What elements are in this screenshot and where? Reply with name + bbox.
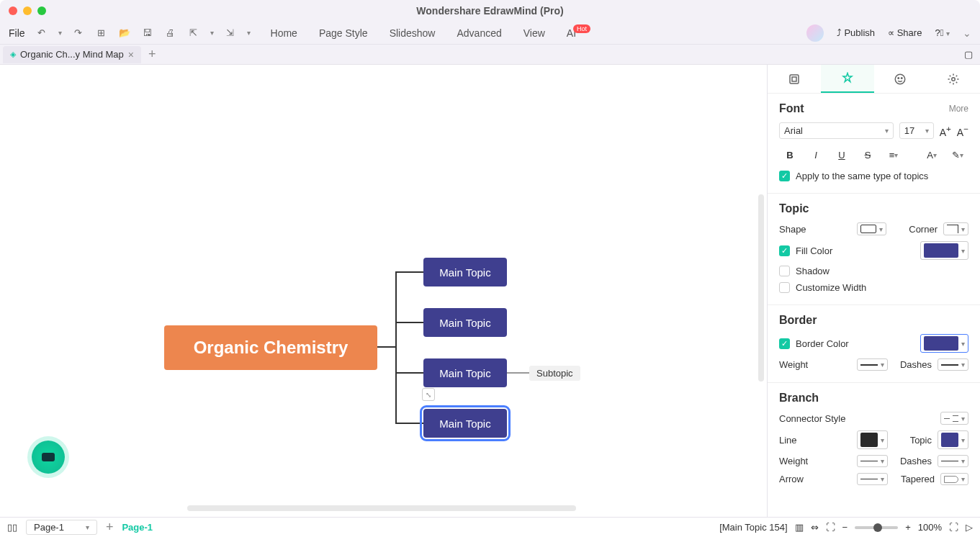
outline-toggle-icon[interactable]: ▯▯: [7, 522, 17, 533]
corner-select[interactable]: ▾: [943, 222, 968, 235]
menu-view[interactable]: View: [523, 27, 545, 39]
branch-arrow-label: Arrow: [779, 474, 851, 484]
window-close[interactable]: [9, 6, 17, 15]
import-dropdown[interactable]: ▾: [247, 29, 251, 37]
undo-dropdown[interactable]: ▾: [58, 29, 62, 37]
border-color-picker[interactable]: ▾: [920, 334, 968, 353]
user-avatar[interactable]: [806, 24, 824, 42]
file-menu[interactable]: File: [9, 27, 25, 39]
page-chip[interactable]: Page-1: [122, 522, 153, 533]
import-icon[interactable]: ⇲: [224, 27, 237, 40]
border-heading: Border: [779, 314, 817, 327]
side-tab-style[interactable]: [821, 65, 874, 93]
tab-close-icon[interactable]: ×: [128, 49, 134, 60]
highlight-button[interactable]: ✎▾: [947, 145, 968, 165]
hot-badge: Hot: [573, 24, 590, 33]
font-increase-icon[interactable]: A+: [940, 124, 951, 138]
fit-page-icon[interactable]: ⛶: [826, 522, 835, 533]
add-page-button[interactable]: +: [106, 520, 114, 535]
branch-heading: Branch: [779, 392, 819, 405]
branch-topic-color[interactable]: ▾: [938, 430, 968, 449]
expand-handle[interactable]: ⤡: [422, 388, 435, 401]
branch-arrow-select[interactable]: ▾: [857, 473, 888, 485]
main-topic-4-selected[interactable]: Main Topic: [423, 409, 507, 438]
svg-point-4: [902, 77, 903, 78]
horizontal-scrollbar[interactable]: [187, 505, 576, 511]
font-family-select[interactable]: Arial▾: [779, 122, 894, 139]
print-icon[interactable]: 🖨: [164, 27, 177, 40]
shadow-checkbox[interactable]: [779, 266, 790, 276]
font-size-select[interactable]: 17▾: [899, 122, 934, 139]
border-weight-select[interactable]: ▾: [857, 358, 888, 371]
branch-tapered-label: Tapered: [901, 474, 935, 484]
canvas[interactable]: Organic Chemistry Main Topic Main Topic …: [0, 65, 767, 517]
font-more-link[interactable]: More: [949, 104, 968, 114]
main-topic-1[interactable]: Main Topic: [423, 258, 507, 286]
border-color-checkbox[interactable]: [779, 338, 790, 349]
share-button[interactable]: ∝ Share: [888, 27, 922, 38]
panel-toggle-icon[interactable]: ▢: [964, 49, 973, 60]
customize-width-checkbox[interactable]: [779, 282, 790, 293]
corner-label: Corner: [909, 224, 938, 235]
side-tab-outline[interactable]: [768, 65, 821, 93]
window-maximize[interactable]: [37, 6, 46, 15]
help-button[interactable]: ?⃝ ▾: [935, 27, 950, 38]
branch-line-color[interactable]: ▾: [857, 430, 888, 449]
svg-rect-1: [792, 77, 796, 81]
side-tab-settings[interactable]: [927, 65, 980, 93]
branch-weight-select[interactable]: ▾: [857, 455, 888, 467]
zoom-out-icon[interactable]: −: [842, 522, 848, 533]
new-icon[interactable]: ⊞: [95, 27, 108, 40]
font-color-button[interactable]: A▾: [921, 145, 943, 165]
connector-select[interactable]: ▾: [940, 412, 968, 425]
menu-slideshow[interactable]: Slideshow: [390, 27, 436, 39]
subtopic[interactable]: Subtopic: [529, 366, 580, 381]
export-icon[interactable]: ⇱: [187, 27, 200, 40]
fit-width-icon[interactable]: ⇔: [811, 522, 819, 533]
menu-home[interactable]: Home: [271, 27, 297, 39]
svg-point-3: [898, 77, 899, 78]
window-minimize[interactable]: [23, 6, 32, 15]
zoom-in-icon[interactable]: +: [905, 522, 911, 533]
ai-assistant-button[interactable]: [32, 441, 65, 474]
underline-button[interactable]: U: [831, 145, 853, 165]
titlebar: Wondershare EdrawMind (Pro): [0, 0, 980, 22]
export-dropdown[interactable]: ▾: [210, 29, 214, 37]
apply-same-checkbox[interactable]: [779, 171, 790, 181]
side-tab-emoji[interactable]: [874, 65, 927, 93]
branch-dashes-select[interactable]: ▾: [938, 455, 968, 467]
menu-page-style[interactable]: Page Style: [319, 27, 368, 39]
fullscreen-icon[interactable]: ⛶: [949, 522, 958, 533]
svg-rect-0: [790, 75, 799, 84]
open-icon[interactable]: 📂: [118, 27, 131, 40]
strikethrough-button[interactable]: S: [857, 145, 878, 165]
publish-button[interactable]: ⤴ Publish: [837, 27, 875, 38]
main-topic-2[interactable]: Main Topic: [423, 308, 507, 337]
menu-ai[interactable]: AIHot: [567, 27, 593, 39]
zoom-slider[interactable]: [855, 526, 898, 529]
vertical-scrollbar[interactable]: [758, 194, 764, 382]
fill-color-checkbox[interactable]: [779, 245, 790, 256]
tab-add-button[interactable]: +: [148, 47, 156, 62]
save-icon[interactable]: 🖫: [141, 27, 154, 40]
page-select[interactable]: Page-1▾: [26, 520, 97, 535]
border-dashes-select[interactable]: ▾: [938, 358, 968, 371]
font-decrease-icon[interactable]: A−: [957, 124, 968, 138]
present-icon[interactable]: ▷: [966, 522, 973, 533]
main-topic-3[interactable]: Main Topic: [423, 358, 507, 387]
fill-color-picker[interactable]: ▾: [920, 241, 968, 260]
branch-weight-label: Weight: [779, 456, 851, 466]
redo-icon[interactable]: ↷: [72, 27, 85, 40]
layout-icon[interactable]: ▥: [795, 522, 804, 533]
central-topic[interactable]: Organic Chemistry: [164, 325, 377, 370]
italic-button[interactable]: I: [805, 145, 827, 165]
shape-select[interactable]: ▾: [857, 222, 886, 235]
bold-button[interactable]: B: [779, 145, 801, 165]
tab-active[interactable]: ◈ Organic Ch...y Mind Map ×: [3, 46, 141, 63]
menu-advanced[interactable]: Advanced: [457, 27, 501, 39]
branch-tapered-select[interactable]: ▾: [940, 473, 968, 485]
branch-line-label: Line: [779, 435, 851, 446]
undo-icon[interactable]: ↶: [35, 27, 48, 40]
align-button[interactable]: ≡▾: [883, 145, 904, 165]
more-menu[interactable]: ⌄: [963, 27, 971, 39]
